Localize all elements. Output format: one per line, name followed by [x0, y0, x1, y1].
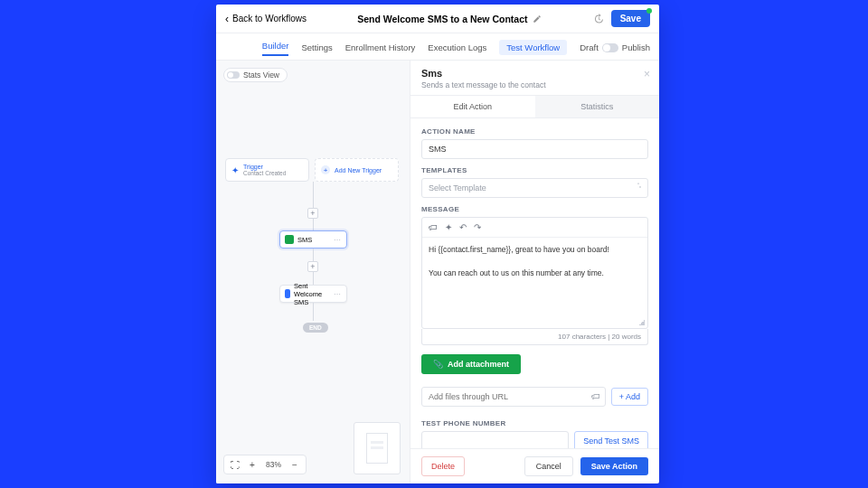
more-icon[interactable]: ⋯ — [334, 236, 342, 244]
trigger-node[interactable]: ✦ Trigger Contact Created — [225, 158, 309, 182]
trigger-row: ✦ Trigger Contact Created + Add New Trig… — [225, 158, 399, 182]
sms-node-label: SMS — [297, 236, 312, 244]
plus-icon: + — [321, 165, 330, 174]
label-action-name: ACTION NAME — [421, 127, 648, 136]
test-row: Send Test SMS — [421, 431, 648, 448]
message-box: 🏷 ✦ ↶ ↷ — [421, 217, 648, 329]
sms-icon — [285, 235, 294, 244]
message-toolbar: 🏷 ✦ ↶ ↷ — [422, 218, 647, 238]
nav-tabs: Builder Settings Enrollment History Exec… — [216, 33, 659, 61]
save-action-button[interactable]: Save Action — [580, 457, 648, 475]
label-message: MESSAGE — [421, 205, 648, 213]
page-title-wrap: Send Welcome SMS to a New Contact — [307, 14, 593, 24]
close-icon[interactable]: × — [644, 68, 650, 80]
stats-view-toggle[interactable]: Stats View — [223, 68, 288, 82]
tag-icon[interactable]: 🏷 — [429, 222, 438, 232]
sms-action-node[interactable]: SMS ⋯ — [279, 230, 347, 249]
tab-enrollment-history[interactable]: Enrollment History — [345, 41, 416, 54]
undo-icon[interactable]: ↶ — [459, 222, 467, 232]
add-attachment-button[interactable]: 📎 Add attachment — [421, 354, 521, 374]
body: Stats View ✦ Trigger Contact Created + A… — [216, 61, 659, 483]
tab-test-workflow[interactable]: Test Workflow — [499, 40, 567, 55]
cancel-button[interactable]: Cancel — [524, 456, 573, 476]
back-label: Back to Workflows — [232, 14, 307, 23]
workflow-title: Send Welcome SMS to a New Contact — [357, 14, 527, 24]
more-icon[interactable]: ⋯ — [334, 290, 342, 298]
panel-body: ACTION NAME TEMPLATES Select Template ME… — [410, 118, 659, 448]
panel-title: Sms — [421, 68, 648, 79]
sparkle-icon[interactable]: ✦ — [445, 222, 452, 232]
publish-toggle-group: Draft Publish — [580, 42, 650, 52]
action-name-input[interactable] — [421, 139, 648, 159]
save-button[interactable]: Save — [611, 10, 650, 27]
char-counter: 107 characters | 20 words — [421, 329, 648, 345]
paperclip-icon: 📎 — [433, 360, 443, 369]
welcome-node-label: Sent Welcome SMS — [294, 282, 330, 306]
header-actions: Save — [593, 10, 650, 27]
draft-label: Draft — [580, 42, 599, 52]
zoom-in-button[interactable]: + — [246, 458, 259, 471]
back-to-workflows-link[interactable]: ‹ Back to Workflows — [225, 14, 307, 24]
pencil-icon[interactable] — [533, 14, 542, 23]
test-phone-input[interactable] — [421, 431, 569, 448]
publish-toggle[interactable] — [602, 43, 618, 52]
person-plus-icon: ✦ — [231, 165, 239, 175]
panel-subtitle: Sends a text message to the contact — [421, 80, 648, 89]
fit-screen-button[interactable]: ⛶ — [229, 458, 241, 471]
zoom-controls: ⛶ + 83% − — [223, 455, 307, 474]
label-templates: TEMPLATES — [421, 166, 648, 174]
header-bar: ‹ Back to Workflows Send Welcome SMS to … — [216, 5, 659, 33]
stats-view-label: Stats View — [243, 70, 279, 80]
workflow-canvas[interactable]: Stats View ✦ Trigger Contact Created + A… — [216, 61, 410, 483]
connector-line — [313, 182, 314, 230]
add-step-button[interactable]: + — [307, 261, 318, 272]
template-select[interactable]: Select Template — [421, 178, 648, 198]
message-textarea[interactable] — [422, 238, 647, 317]
resize-handle[interactable] — [422, 321, 647, 328]
publish-label: Publish — [622, 42, 650, 52]
tab-execution-logs[interactable]: Execution Logs — [428, 41, 486, 54]
add-trigger-button[interactable]: + Add New Trigger — [315, 158, 399, 182]
message-icon — [285, 289, 290, 298]
tag-icon[interactable]: 🏷 — [591, 391, 600, 401]
chevron-left-icon: ‹ — [225, 14, 229, 24]
url-row: 🏷 + Add — [421, 387, 648, 407]
label-test-phone: TEST PHONE NUMBER — [421, 419, 648, 427]
panel-footer: Delete Cancel Save Action — [410, 448, 659, 483]
tab-settings[interactable]: Settings — [301, 41, 332, 54]
trigger-text: Trigger Contact Created — [243, 164, 286, 177]
add-step-button[interactable]: + — [307, 208, 318, 219]
send-test-sms-button[interactable]: Send Test SMS — [574, 431, 648, 448]
file-url-input[interactable] — [421, 387, 606, 407]
tab-edit-action[interactable]: Edit Action — [410, 96, 535, 117]
minimap[interactable] — [354, 422, 401, 474]
redo-icon[interactable]: ↷ — [474, 222, 481, 232]
tab-statistics[interactable]: Statistics — [535, 96, 660, 117]
panel-header: Sms Sends a text message to the contact — [410, 61, 659, 95]
action-panel: × Sms Sends a text message to the contac… — [410, 61, 659, 483]
connector-line — [313, 303, 314, 321]
delete-button[interactable]: Delete — [421, 456, 465, 476]
toggle-icon — [227, 71, 240, 79]
panel-tabs: Edit Action Statistics — [410, 95, 659, 118]
zoom-out-button[interactable]: − — [288, 458, 301, 471]
welcome-sms-node[interactable]: Sent Welcome SMS ⋯ — [279, 285, 347, 303]
app-window: ‹ Back to Workflows Send Welcome SMS to … — [216, 5, 659, 483]
end-node: END — [303, 323, 328, 333]
add-url-button[interactable]: + Add — [611, 388, 648, 406]
tab-builder[interactable]: Builder — [262, 39, 289, 56]
zoom-level: 83% — [263, 460, 284, 469]
history-icon[interactable] — [593, 14, 604, 24]
